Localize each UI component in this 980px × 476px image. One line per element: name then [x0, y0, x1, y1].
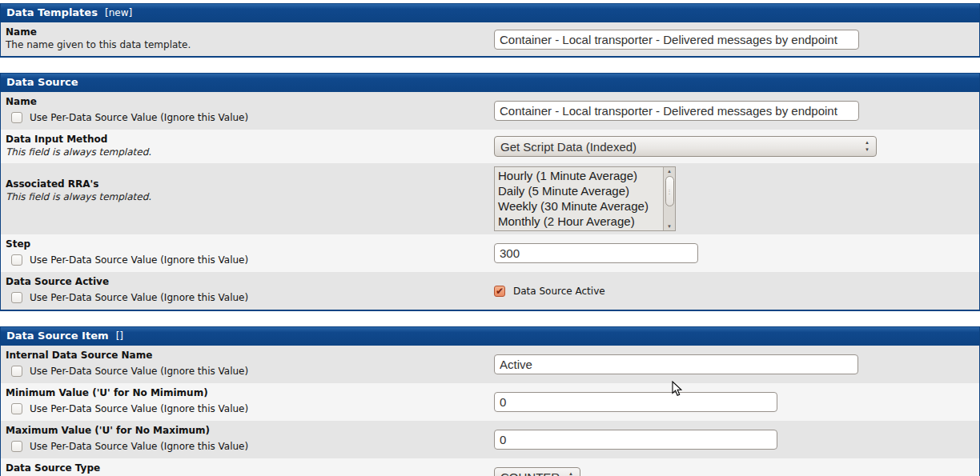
- per-data-source-label: Use Per-Data Source Value (Ignore this V…: [30, 366, 248, 377]
- section-title-suffix: [new]: [105, 7, 132, 18]
- per-data-source-checkbox[interactable]: [11, 403, 22, 414]
- step-input[interactable]: [494, 243, 698, 263]
- per-data-source-label: Use Per-Data Source Value (Ignore this V…: [30, 292, 248, 303]
- field-label: Name: [6, 26, 484, 38]
- row-internal-name: Internal Data Source Name Use Per-Data S…: [1, 346, 979, 383]
- row-associated-rras: Associated RRA's This field is always te…: [1, 163, 979, 234]
- row-ds-name: Name Use Per-Data Source Value (Ignore t…: [1, 92, 979, 130]
- section-data-templates: Data Templates [new] Name The name given…: [0, 3, 980, 58]
- data-source-type-select[interactable]: COUNTER ▲▼: [494, 467, 580, 476]
- field-label-cell: Associated RRA's This field is always te…: [1, 163, 490, 234]
- field-label: Associated RRA's: [6, 178, 484, 190]
- scrollbar-grip-icon: ⋮: [667, 189, 673, 194]
- section-title: Data Templates: [6, 6, 98, 18]
- field-label-cell: Name Use Per-Data Source Value (Ignore t…: [1, 92, 490, 130]
- field-description: This field is always templated.: [6, 190, 484, 203]
- scrollbar-down-icon[interactable]: ▼: [667, 223, 672, 230]
- field-description: This field is always templated.: [6, 146, 484, 158]
- minimum-value-input[interactable]: [494, 392, 777, 412]
- maximum-value-input[interactable]: [494, 430, 777, 450]
- section-header-data-templates: Data Templates [new]: [1, 4, 979, 22]
- per-data-source-label: Use Per-Data Source Value (Ignore this V…: [30, 403, 248, 414]
- internal-data-source-name-input[interactable]: [494, 354, 858, 374]
- row-maximum-value: Maximum Value ('U' for No Maximum) Use P…: [1, 421, 979, 458]
- scrollbar-up-icon[interactable]: ▲: [667, 168, 672, 174]
- field-label: Name: [6, 95, 484, 108]
- field-description: The name given to this data template.: [6, 38, 484, 51]
- field-label: Maximum Value ('U' for No Maximum): [6, 424, 484, 437]
- row-step: Step Use Per-Data Source Value (Ignore t…: [1, 234, 979, 272]
- field-label-cell: Minimum Value ('U' for No Mimimum) Use P…: [1, 383, 490, 421]
- ds-name-input[interactable]: [494, 101, 859, 121]
- row-data-source-type: Data Source Type Use Per-Data Source Val…: [1, 458, 979, 476]
- row-data-source-active: Data Source Active Use Per-Data Source V…: [1, 272, 979, 310]
- per-data-source-checkbox[interactable]: [11, 441, 22, 452]
- per-data-source-checkbox[interactable]: [11, 254, 22, 266]
- per-data-source-label: Use Per-Data Source Value (Ignore this V…: [30, 441, 248, 452]
- field-label: Data Source Active: [6, 275, 484, 288]
- per-data-source-label: Use Per-Data Source Value (Ignore this V…: [30, 112, 248, 123]
- field-label: Data Source Type: [6, 462, 484, 474]
- listbox-scrollbar[interactable]: ▲ ⋮ ▼: [663, 167, 675, 230]
- data-template-edit-page: Data Templates [new] Name The name given…: [0, 0, 980, 476]
- select-spinner-icon: ▲▼: [865, 139, 870, 154]
- mouse-cursor: [672, 381, 682, 397]
- selected-option-label: COUNTER: [500, 470, 560, 476]
- data-source-active-checkbox[interactable]: ✔: [494, 286, 505, 297]
- section-title-suffix: []: [116, 330, 123, 342]
- section-title: Data Source Item: [6, 330, 109, 342]
- rra-option[interactable]: Hourly (1 Minute Average): [498, 168, 663, 183]
- field-label: Minimum Value ('U' for No Mimimum): [6, 386, 484, 399]
- selected-option-label: Get Script Data (Indexed): [500, 140, 637, 154]
- section-data-source: Data Source Name Use Per-Data Source Val…: [0, 73, 980, 311]
- rra-option[interactable]: Daily (5 Minute Average): [498, 183, 663, 198]
- per-data-source-checkbox[interactable]: [11, 112, 22, 123]
- field-label: Data Input Method: [6, 133, 484, 146]
- per-data-source-checkbox[interactable]: [11, 292, 22, 303]
- data-source-active-label: Data Source Active: [513, 286, 605, 297]
- section-header-data-source-item: Data Source Item []: [1, 327, 979, 346]
- field-label-cell: Internal Data Source Name Use Per-Data S…: [1, 346, 490, 383]
- field-label-cell: Data Source Active Use Per-Data Source V…: [1, 272, 490, 310]
- per-data-source-checkbox[interactable]: [11, 366, 22, 377]
- row-template-name: Name The name given to this data templat…: [1, 22, 979, 56]
- per-data-source-label: Use Per-Data Source Value (Ignore this V…: [30, 254, 248, 266]
- rra-options: Hourly (1 Minute Average) Daily (5 Minut…: [495, 167, 663, 230]
- associated-rras-listbox[interactable]: Hourly (1 Minute Average) Daily (5 Minut…: [494, 166, 676, 231]
- row-data-input-method: Data Input Method This field is always t…: [1, 130, 979, 163]
- section-title: Data Source: [6, 76, 78, 88]
- row-minimum-value: Minimum Value ('U' for No Mimimum) Use P…: [1, 383, 979, 421]
- field-label-cell: Name The name given to this data templat…: [1, 22, 490, 56]
- data-input-method-select[interactable]: Get Script Data (Indexed) ▲▼: [494, 136, 877, 157]
- field-label-cell: Maximum Value ('U' for No Maximum) Use P…: [1, 421, 490, 458]
- section-header-data-source: Data Source: [1, 74, 979, 92]
- rra-option[interactable]: Weekly (30 Minute Average): [498, 198, 663, 214]
- field-label-cell: Step Use Per-Data Source Value (Ignore t…: [1, 234, 490, 272]
- field-label-cell: Data Input Method This field is always t…: [1, 130, 490, 163]
- section-data-source-item: Data Source Item [] Internal Data Source…: [0, 326, 980, 476]
- template-name-input[interactable]: [494, 30, 859, 50]
- scrollbar-thumb[interactable]: ⋮: [665, 176, 674, 206]
- field-label-cell: Data Source Type Use Per-Data Source Val…: [1, 458, 490, 476]
- select-spinner-icon: ▲▼: [568, 470, 573, 476]
- field-label: Step: [6, 238, 484, 250]
- rra-option[interactable]: Monthly (2 Hour Average): [498, 214, 663, 229]
- field-label: Internal Data Source Name: [6, 349, 484, 362]
